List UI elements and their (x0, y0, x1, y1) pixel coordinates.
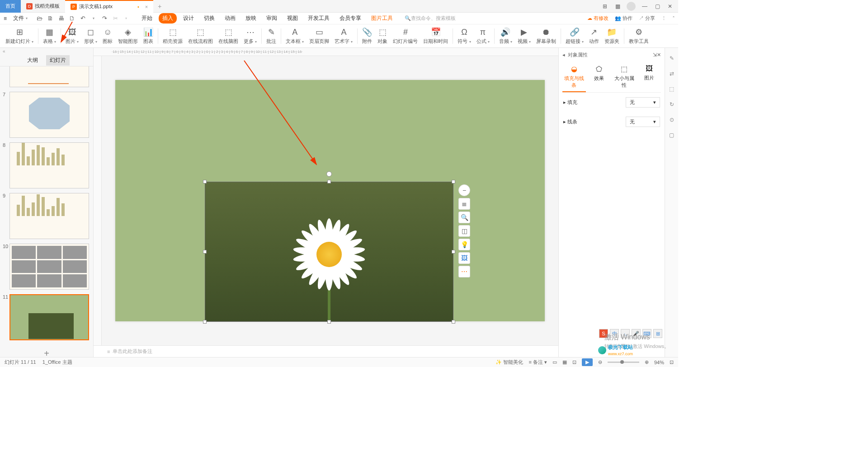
more-icon[interactable]: ⋮ (661, 15, 666, 21)
layout-icon[interactable]: ⊞ (601, 3, 609, 10)
rp-tab-size[interactable]: ⬚大小与属性 (613, 62, 636, 92)
minimize-icon[interactable]: — (641, 3, 648, 10)
ribbon-在线流程图[interactable]: ⬚在线流程图 (185, 26, 216, 46)
apps-icon[interactable]: ▦ (614, 3, 621, 10)
tab-review[interactable]: 审阅 (263, 13, 281, 24)
notes-toggle[interactable]: ≡ 备注 ▾ (528, 359, 547, 366)
ribbon-图标[interactable]: ☺图标 (100, 26, 115, 46)
outline-tab[interactable]: 大纲 (24, 55, 42, 66)
rail-clip-icon[interactable]: ↻ (668, 100, 676, 108)
resize-handle[interactable] (203, 320, 207, 324)
ribbon-新建幻灯片[interactable]: ⊞新建幻灯片 ▾ (3, 26, 36, 46)
pin-icon[interactable]: ⇲ (653, 52, 657, 58)
user-avatar[interactable] (627, 2, 636, 11)
ribbon-批注[interactable]: ✎批注 (264, 26, 279, 46)
rail-location-icon[interactable]: ⊙ (668, 116, 676, 124)
zoom-tool-icon[interactable]: 🔍 (458, 212, 470, 223)
slides-tab[interactable]: 幻灯片 (46, 55, 70, 66)
panel-toggle-icon[interactable]: ◂ (562, 52, 565, 58)
menu-icon[interactable]: ≡ (4, 15, 7, 22)
ribbon-在线脑图[interactable]: ⬚在线脑图 (216, 26, 241, 46)
rp-tab-effect[interactable]: ⬠效果 (588, 62, 611, 92)
ribbon-图表[interactable]: 📊图表 (141, 26, 156, 46)
format-painter-icon[interactable]: ✂ (112, 15, 119, 22)
beautify-button[interactable]: ✨ 智能美化 (495, 359, 523, 366)
ribbon-日期和时间[interactable]: 📅日期和时间 (420, 26, 451, 46)
ribbon-附件[interactable]: 📎附件 (359, 26, 375, 46)
slide-thumb-7[interactable] (9, 92, 89, 138)
close-panel-icon[interactable]: ✕ (657, 52, 661, 58)
zoom-out-icon[interactable]: ⊖ (598, 359, 602, 365)
redo-icon[interactable]: ↷ (101, 15, 108, 22)
ribbon-形状[interactable]: ◻形状 ▾ (81, 26, 100, 46)
tab-view[interactable]: 视图 (283, 13, 302, 24)
slide-thumb[interactable] (9, 66, 89, 87)
ribbon-动作[interactable]: ↗动作 (586, 26, 602, 46)
document-tab[interactable]: P 演示文稿1.pptx • × (65, 0, 153, 13)
print-icon[interactable]: 🖶 (57, 15, 65, 22)
ribbon-符号[interactable]: Ω符号 ▾ (455, 26, 473, 46)
rp-tab-fill[interactable]: ◒填充与线条 (562, 62, 586, 92)
resize-handle[interactable] (327, 180, 331, 183)
ribbon-表格[interactable]: ▦表格 ▾ (40, 26, 59, 46)
view-normal-icon[interactable]: ▭ (552, 359, 557, 365)
add-slide-button[interactable]: + (3, 345, 90, 357)
ribbon-页眉页脚[interactable]: ▭页眉页脚 (307, 26, 332, 46)
preview-icon[interactable]: 🗋 (68, 15, 75, 22)
save-icon[interactable]: 🗎 (47, 15, 54, 22)
collapse-sidebar-icon[interactable]: « (0, 48, 93, 55)
ribbon-超链接[interactable]: 🔗超链接 ▾ (563, 26, 586, 46)
layers-tool-icon[interactable]: ≣ (458, 198, 470, 210)
tab-slideshow[interactable]: 放映 (242, 13, 260, 24)
collapse-ribbon-icon[interactable]: ˆ (673, 16, 675, 21)
ribbon-艺术字[interactable]: A艺术字 ▾ (332, 26, 355, 46)
slide-thumb-8[interactable] (9, 142, 89, 188)
tab-animation[interactable]: 动画 (221, 13, 239, 24)
ribbon-幻灯片编号[interactable]: #幻灯片编号 (390, 26, 420, 46)
new-tab-button[interactable]: + (153, 3, 166, 10)
minus-tool-icon[interactable]: − (458, 184, 470, 196)
fit-icon[interactable]: ⊡ (670, 359, 674, 365)
fill-select[interactable]: 无▾ (626, 97, 660, 108)
tab-picture-tools[interactable]: 图片工具 (368, 13, 396, 24)
ribbon-稻壳资源[interactable]: ⬚稻壳资源 (160, 26, 185, 46)
resize-handle[interactable] (203, 250, 207, 254)
command-search[interactable]: 🔍 查找命令、搜索模板 (405, 15, 456, 22)
undo-icon[interactable]: ↶ (79, 15, 86, 22)
line-select[interactable]: 无▾ (626, 117, 660, 127)
ribbon-音频[interactable]: 🔊音频 ▾ (496, 26, 515, 46)
replace-tool-icon[interactable]: 🖼 (458, 252, 470, 264)
ribbon-教学工具[interactable]: ⚙教学工具 (626, 26, 651, 46)
zoom-slider[interactable] (608, 362, 639, 363)
slide-canvas[interactable]: − ≣ 🔍 ◫ 💡 🖼 ⋯ (115, 80, 545, 321)
unsaved-indicator[interactable]: ☁ 有修改 (587, 15, 609, 22)
close-window-icon[interactable]: ✕ (666, 3, 674, 10)
ribbon-更多[interactable]: ⋯更多 ▾ (241, 26, 259, 46)
zoom-in-icon[interactable]: ⊕ (645, 359, 649, 365)
ribbon-公式[interactable]: π公式 ▾ (474, 26, 492, 46)
more-tool-icon[interactable]: ⋯ (458, 266, 470, 277)
tab-start[interactable]: 开始 (138, 13, 156, 24)
resize-handle[interactable] (327, 320, 331, 324)
rail-check-icon[interactable]: ▢ (668, 131, 676, 139)
rotate-handle[interactable] (326, 171, 332, 177)
resize-handle[interactable] (452, 320, 455, 324)
resize-handle[interactable] (452, 180, 455, 183)
tab-vip[interactable]: 会员专享 (336, 13, 365, 24)
play-button[interactable]: ▶ (582, 358, 593, 366)
rail-select-icon[interactable]: ⬚ (668, 85, 676, 93)
slide-thumb-9[interactable] (9, 193, 89, 239)
slide-thumb-10[interactable] (9, 244, 89, 290)
resize-handle[interactable] (452, 250, 455, 254)
template-tab[interactable]: D 找稻壳模板 (21, 0, 65, 13)
maximize-icon[interactable]: ▢ (654, 3, 661, 10)
share-button[interactable]: ↗ 分享 (639, 15, 655, 22)
ribbon-视频[interactable]: ▶视频 ▾ (515, 26, 533, 46)
tab-transition[interactable]: 切换 (200, 13, 218, 24)
open-icon[interactable]: 🗁 (36, 15, 43, 22)
zoom-level[interactable]: 94% (654, 360, 664, 365)
notes-area[interactable]: ≡ 单击此处添加备注 (94, 345, 558, 357)
ribbon-对象[interactable]: ⬚对象 (375, 26, 390, 46)
slide-thumb-11[interactable] (9, 294, 89, 340)
ribbon-文本框[interactable]: A文本框 ▾ (283, 26, 307, 46)
